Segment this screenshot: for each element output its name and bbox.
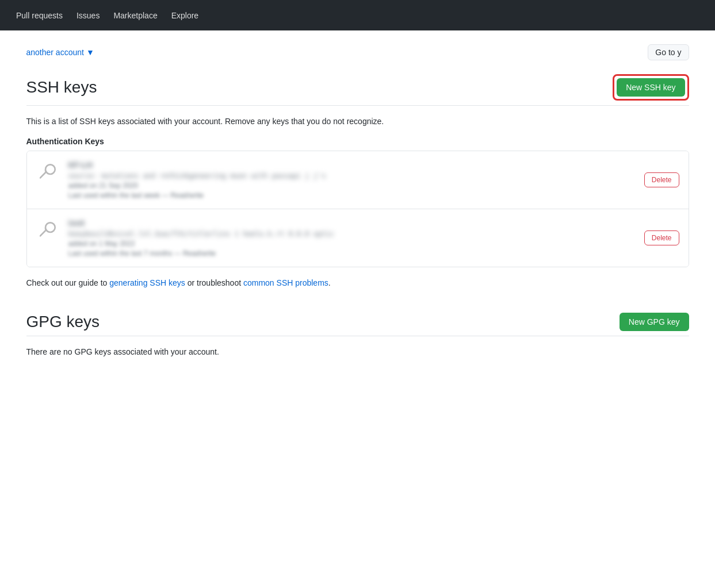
key-usage: Last used within the last week — Read/wr… bbox=[68, 191, 635, 199]
account-switcher-link[interactable]: another account ▼ bbox=[26, 48, 94, 57]
navbar: Pull requests Issues Marketplace Explore bbox=[0, 0, 715, 30]
account-switcher-label: another account bbox=[26, 48, 84, 57]
new-ssh-key-button[interactable]: New SSH key bbox=[617, 78, 685, 97]
table-row: ivo4 keeybouildknicel.lnl.bue/fth/titler… bbox=[27, 209, 689, 267]
delete-key-button[interactable]: Delete bbox=[644, 230, 679, 245]
gpg-section-header: GPG keys New GPG key bbox=[26, 313, 689, 331]
page-content: another account ▼ Go to y SSH keys New S… bbox=[13, 30, 703, 381]
key-name: KF-LH bbox=[68, 160, 635, 170]
key-icon bbox=[36, 160, 59, 183]
ssh-section-divider bbox=[26, 105, 689, 106]
goto-button[interactable]: Go to y bbox=[648, 44, 689, 60]
ssh-section-header: SSH keys New SSH key bbox=[26, 74, 689, 101]
auth-keys-label: Authentication Keys bbox=[26, 137, 689, 146]
guide-text-post: . bbox=[328, 278, 331, 287]
account-switcher-row: another account ▼ Go to y bbox=[26, 44, 689, 60]
guide-text: Check out our guide to generating SSH ke… bbox=[26, 276, 689, 289]
ssh-description: This is a list of SSH keys associated wi… bbox=[26, 115, 689, 128]
key-usage: Last used within the last 7 months — Rea… bbox=[68, 249, 635, 258]
ssh-keys-list: KF-LH source: mutations and rethinkgenee… bbox=[26, 151, 689, 267]
gpg-section-divider bbox=[26, 336, 689, 336]
key-details: KF-LH source: mutations and rethinkgenee… bbox=[68, 160, 635, 199]
key-fingerprint: source: mutations and rethinkgeneering m… bbox=[68, 172, 635, 180]
key-fingerprint: keeybouildknicel.lnl.bue/fth/titlerlins … bbox=[68, 230, 635, 238]
chevron-down-icon: ▼ bbox=[86, 48, 94, 57]
generating-ssh-keys-link[interactable]: generating SSH keys bbox=[109, 278, 185, 287]
gpg-description: There are no GPG keys associated with yo… bbox=[26, 345, 689, 358]
key-name: ivo4 bbox=[68, 218, 635, 228]
navbar-item-explore[interactable]: Explore bbox=[165, 6, 205, 25]
common-ssh-problems-link[interactable]: common SSH problems bbox=[243, 278, 328, 287]
gpg-section-title: GPG keys bbox=[26, 313, 100, 331]
guide-text-pre: Check out our guide to bbox=[26, 278, 110, 287]
key-date: added on 1 May 2022 bbox=[68, 240, 635, 248]
delete-key-button[interactable]: Delete bbox=[644, 172, 679, 187]
table-row: KF-LH source: mutations and rethinkgenee… bbox=[27, 151, 689, 209]
key-details: ivo4 keeybouildknicel.lnl.bue/fth/titler… bbox=[68, 218, 635, 258]
new-ssh-btn-highlight: New SSH key bbox=[613, 74, 689, 101]
navbar-item-pull-requests[interactable]: Pull requests bbox=[9, 6, 70, 25]
new-gpg-key-button[interactable]: New GPG key bbox=[620, 313, 689, 331]
key-icon bbox=[36, 218, 59, 241]
guide-text-mid: or troubleshoot bbox=[185, 278, 243, 287]
ssh-section-title: SSH keys bbox=[26, 78, 97, 97]
navbar-item-issues[interactable]: Issues bbox=[70, 6, 106, 25]
navbar-item-marketplace[interactable]: Marketplace bbox=[106, 6, 164, 25]
key-date: added on 21 Sep 2020 bbox=[68, 182, 635, 190]
